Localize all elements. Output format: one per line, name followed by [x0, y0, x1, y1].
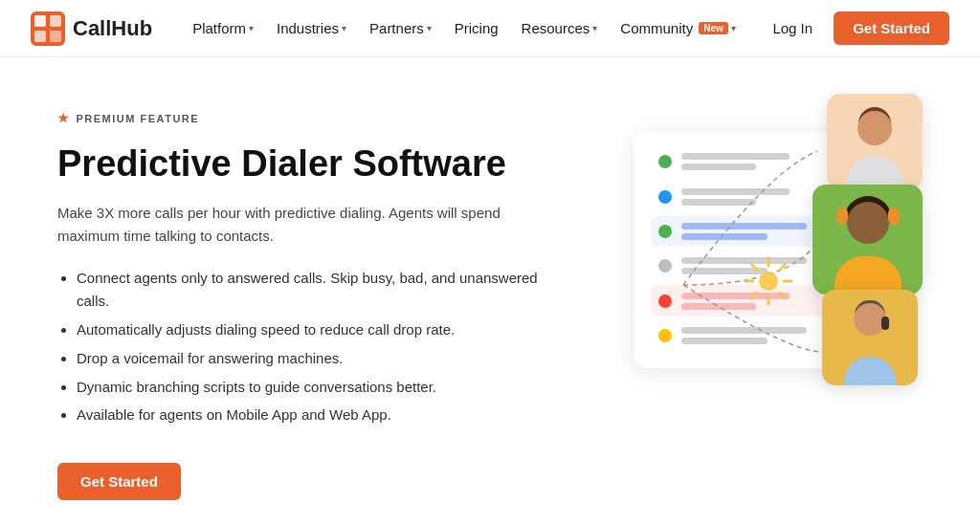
dialer-row-6: [651, 320, 846, 351]
list-item: Connect agents only to answered calls. S…: [77, 267, 555, 315]
dot-green-2: [658, 225, 672, 238]
hero-bullet-list: Connect agents only to answered calls. S…: [57, 267, 555, 428]
dot-blue-1: [658, 190, 672, 204]
svg-point-5: [759, 272, 778, 291]
hero-section: ★ PREMIUM FEATURE Predictive Dialer Soft…: [0, 57, 980, 524]
dialer-row-1: ✓: [651, 145, 846, 177]
nav-item-resources[interactable]: Resources ▾: [512, 14, 608, 42]
svg-rect-3: [34, 31, 46, 42]
community-new-badge: New: [699, 22, 728, 34]
nav-item-community[interactable]: Community New ▾: [611, 14, 745, 42]
platform-chevron-icon: ▾: [249, 23, 254, 33]
person2-headphone-right: [888, 207, 900, 225]
person3-body: [844, 357, 897, 385]
person3-headset: [881, 317, 889, 330]
svg-line-11: [780, 293, 786, 298]
dot-gray-1: [658, 259, 672, 273]
nav-item-pricing[interactable]: Pricing: [445, 14, 508, 42]
dot-red-1: [658, 295, 672, 308]
hero-title: Predictive Dialer Software: [57, 142, 555, 186]
get-started-hero-button[interactable]: Get Started: [57, 463, 181, 500]
get-started-nav-button[interactable]: Get Started: [834, 11, 949, 45]
svg-rect-1: [34, 15, 46, 27]
avatar-person-3: [822, 290, 918, 385]
nav-item-partners[interactable]: Partners ▾: [360, 14, 441, 42]
list-item: Available for agents on Mobile App and W…: [77, 404, 555, 427]
svg-line-12: [780, 264, 786, 270]
avatar-person-1: [827, 94, 923, 189]
nav-item-platform[interactable]: Platform ▾: [183, 14, 263, 42]
person2-headphone-left: [836, 207, 848, 225]
login-button[interactable]: Log In: [763, 14, 822, 42]
person2-head: [847, 202, 889, 244]
industries-chevron-icon: ▾: [342, 23, 346, 33]
person2-body: [835, 256, 902, 295]
list-item: Dynamic branching scripts to guide conve…: [77, 376, 555, 400]
nav-links: Platform ▾ Industries ▾ Partners ▾ Prici…: [183, 14, 763, 42]
svg-line-10: [751, 264, 757, 270]
hero-description: Make 3X more calls per hour with predict…: [57, 202, 555, 248]
sunburst-decoration: [742, 254, 795, 308]
resources-chevron-icon: ▾: [592, 23, 597, 33]
svg-line-13: [751, 293, 757, 298]
dot-green-1: [658, 155, 672, 168]
hero-content: ★ PREMIUM FEATURE Predictive Dialer Soft…: [57, 103, 555, 500]
nav-actions: Log In Get Started: [763, 11, 949, 45]
dot-yellow-1: [658, 329, 672, 342]
list-item: Automatically adjusts dialing speed to r…: [77, 318, 555, 342]
premium-label: ★ PREMIUM FEATURE: [57, 111, 555, 125]
nav-item-industries[interactable]: Industries ▾: [267, 14, 356, 42]
callhub-logo-icon: [31, 11, 65, 46]
list-item: Drop a voicemail for answering machines.: [77, 347, 555, 371]
community-chevron-icon: ▾: [731, 23, 736, 33]
logo[interactable]: CallHub: [31, 11, 152, 46]
partners-chevron-icon: ▾: [427, 23, 432, 33]
avatar-person-2: [813, 185, 923, 295]
hero-illustration: ✓ ✓: [555, 94, 923, 495]
svg-rect-4: [50, 31, 61, 42]
star-icon: ★: [57, 111, 71, 125]
svg-rect-2: [50, 15, 61, 27]
logo-text: CallHub: [73, 16, 152, 41]
navbar: CallHub Platform ▾ Industries ▾ Partners…: [0, 0, 980, 57]
person1-head: [858, 111, 892, 145]
